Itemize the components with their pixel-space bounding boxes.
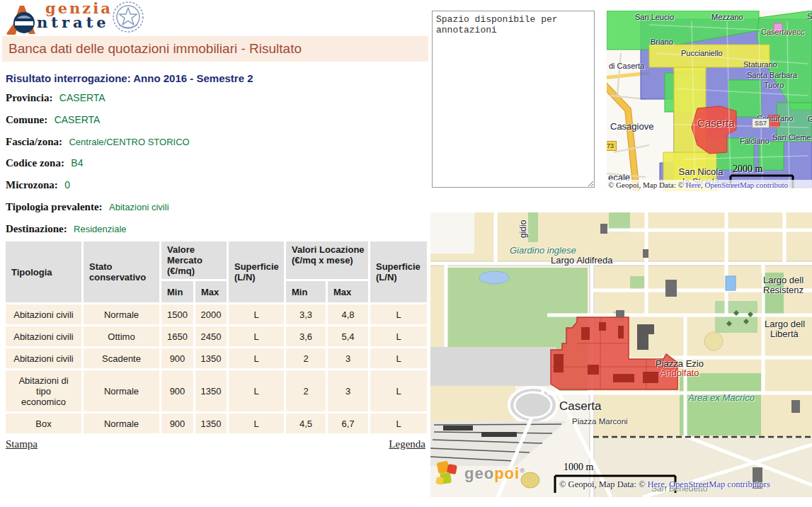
col-header-stato: Stato conservativo [84,241,159,302]
map-label-g: G [808,115,812,123]
field-label: Comune: [6,114,47,125]
field-label: Tipologia prevalente: [6,201,103,212]
map-label-santa-barbara: Santa Barbara [747,71,797,79]
field-value: CASERTA [55,114,101,125]
col-header-min-locazione: Min [286,281,326,302]
map-label-briano: Briano [651,38,673,46]
road-badge-ss7: SS7 [752,118,770,128]
field-value: Residenziale [74,224,126,234]
map-label-s: S [807,12,812,21]
map-label-giardino-inglese: Giardino inglese [510,245,576,256]
overview-map-canvas [607,11,812,191]
map-label-san-nicola-1: San Nicola [669,166,733,177]
cell: Scadente [84,348,159,368]
field-label: Codice zona: [6,157,64,169]
map-attribution: © Geopoi, Map Data: © Here, OpenStreetMa… [608,181,788,189]
geopoi-logo-icon [435,459,463,489]
table-row: Box Normale 900 1350 L 4,5 6,7 L [6,414,427,433]
map-label-caserta: Caserta [559,399,602,414]
map-label-largo-liberta-1: Largo dell [765,319,805,329]
map-label-largo-resistenza-1: Largo dell [763,275,804,285]
cell: 1350 [195,348,227,368]
osm-link[interactable]: OpenStreetMap contributors [669,479,770,489]
col-header-valori-locazione: Valori Locazione (€/mq x mese) [286,241,368,279]
field-value: 0 [64,179,70,190]
cell: 2 [286,348,326,368]
col-header-max-locazione: Max [328,281,368,302]
field-value: Centrale/CENTRO STORICO [69,137,189,147]
cell: 900 [161,414,193,433]
annotations-textarea[interactable]: Spazio disponibile per annotazioni [432,11,595,188]
cell: 900 [161,348,193,368]
cell: 4,8 [328,304,368,324]
cell: 4,5 [286,414,326,433]
cell: 5,4 [328,326,368,346]
logo-word-ntrate: ntrate [37,16,113,30]
geopoi-poi-text: poi [494,465,520,482]
here-link[interactable]: Here [648,479,665,489]
result-heading: Risultato interrogazione: Anno 2016 - Se… [6,72,253,84]
page-title: Banca dati delle quotazioni immobiliari … [2,36,428,62]
table-row: Abitazioni civili Scadente 900 1350 L 2 … [6,348,427,368]
col-header-valore-mercato: Valore Mercato (€/mq) [161,241,227,279]
cell: L [229,370,284,411]
map-label-puccianiello: Puccianiello [681,49,723,57]
cell: 3 [328,348,368,368]
field-label: Destinazione: [6,223,67,234]
cell: 1650 [161,326,193,346]
field-label: Provincia: [6,92,52,103]
map-label-tuoro: Tuoro [764,81,784,89]
cell: L [229,348,284,368]
col-header-max-mercato: Max [195,281,227,302]
col-header-superficie-2: Superficie (L/N) [370,241,427,302]
osm-link[interactable]: OpenStreetMap contributo [704,181,788,189]
cell: 2450 [195,326,227,346]
field-comune: Comune: CASERTA [6,113,100,126]
col-header-superficie-1: Superficie (L/N) [229,241,284,302]
map-label-area-ex-macrico: Area ex Macrico [688,392,755,403]
cell: L [370,326,427,346]
scale-label: 2000 m [733,164,762,175]
map-label-mezzano: Mezzano [711,13,743,21]
attribution-text: © Geopoi, Map Data: © [559,479,648,489]
cell: Normale [84,304,159,324]
quotations-table: Tipologia Stato conservativo Valore Merc… [4,239,429,435]
cell: L [229,304,284,324]
cell: 6,7 [328,414,368,433]
stampa-link[interactable]: Stampa [6,438,38,450]
cell: L [370,304,427,324]
legenda-link[interactable]: Legenda [389,438,425,450]
attribution-text: © Geopoi, Map Data: © [608,181,686,189]
cell: L [370,348,427,368]
cell: 2 [286,370,326,411]
field-value: CASERTA [59,92,105,103]
scale-label: 1000 m [564,462,593,473]
field-codice-zona: Codice zona: B4 [6,156,83,169]
map-label-gidio: gidio [518,220,528,238]
geopoi-mark: ® [520,467,525,474]
map-label-staturano: Staturano [743,60,777,69]
table-row: Abitazioni civili Normale 1500 2000 L 3,… [6,304,427,324]
field-tipologia-prevalente: Tipologia prevalente: Abitazioni civili [6,200,169,213]
cell: 1350 [195,414,227,433]
cell: Normale [84,414,159,433]
field-destinazione: Destinazione: Residenziale [6,222,127,235]
detail-map[interactable]: gidio Giardino inglese Largo Aldifreda L… [430,212,812,497]
overview-map[interactable]: San Leucio Mezzano S Casertavecc Briano … [607,11,812,191]
cell: Abitazioni civili [6,304,81,324]
cell: 3,3 [286,304,326,324]
detail-map-canvas [430,212,812,497]
map-attribution: © Geopoi, Map Data: © Here, OpenStreetMa… [559,479,770,490]
field-microzona: Microzona: 0 [6,178,70,191]
road-badge-73: 73 [607,141,617,151]
geopoi-logo[interactable]: geopoi® [435,459,527,490]
geopoi-geo-text: geo [464,465,494,482]
cell: Box [6,414,81,433]
cell: 1500 [161,304,193,324]
map-label-piazza-marconi: Piazza Marconi [572,417,628,426]
cell: L [229,326,284,346]
cell: 900 [161,370,193,411]
cell: Abitazioni civili [6,326,81,346]
here-link[interactable]: Here [686,181,701,189]
map-label-di-caserta: di Caserta [609,62,644,70]
